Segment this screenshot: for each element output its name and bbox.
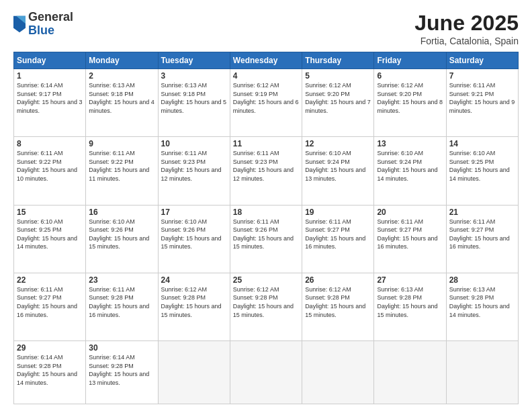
day-info: Sunrise: 6:12 AMSunset: 9:20 PMDaylight:… [305, 81, 371, 115]
logo-blue: Blue [28, 24, 73, 38]
day-number: 8 [17, 139, 83, 148]
table-row: 20Sunrise: 6:11 AMSunset: 9:27 PMDayligh… [374, 205, 446, 273]
day-info: Sunrise: 6:13 AMSunset: 9:18 PMDaylight:… [89, 81, 154, 115]
day-number: 17 [161, 208, 227, 217]
day-info: Sunrise: 6:10 AMSunset: 9:24 PMDaylight:… [305, 149, 371, 183]
day-info: Sunrise: 6:14 AMSunset: 9:17 PMDaylight:… [17, 81, 83, 115]
day-info: Sunrise: 6:11 AMSunset: 9:27 PMDaylight:… [449, 218, 515, 251]
table-row: 14Sunrise: 6:10 AMSunset: 9:25 PMDayligh… [446, 137, 518, 205]
day-number: 5 [305, 71, 371, 81]
day-number: 25 [233, 275, 299, 285]
table-row: 3Sunrise: 6:13 AMSunset: 9:18 PMDaylight… [158, 69, 230, 137]
table-row: 15Sunrise: 6:10 AMSunset: 9:25 PMDayligh… [14, 205, 86, 273]
day-info: Sunrise: 6:11 AMSunset: 9:27 PMDaylight:… [305, 218, 371, 251]
day-info: Sunrise: 6:11 AMSunset: 9:28 PMDaylight:… [89, 285, 154, 319]
day-number: 6 [377, 71, 443, 81]
table-row: 18Sunrise: 6:11 AMSunset: 9:26 PMDayligh… [230, 205, 302, 273]
table-row: 11Sunrise: 6:11 AMSunset: 9:23 PMDayligh… [230, 137, 302, 205]
day-info: Sunrise: 6:13 AMSunset: 9:28 PMDaylight:… [377, 285, 443, 319]
table-row: 13Sunrise: 6:10 AMSunset: 9:24 PMDayligh… [374, 137, 446, 205]
day-info: Sunrise: 6:12 AMSunset: 9:19 PMDaylight:… [233, 81, 299, 115]
day-info: Sunrise: 6:11 AMSunset: 9:27 PMDaylight:… [17, 285, 83, 319]
day-info: Sunrise: 6:11 AMSunset: 9:21 PMDaylight:… [449, 81, 515, 115]
header-sunday: Sunday [14, 52, 86, 69]
table-row: 2Sunrise: 6:13 AMSunset: 9:18 PMDaylight… [86, 69, 158, 137]
table-row: 19Sunrise: 6:11 AMSunset: 9:27 PMDayligh… [302, 205, 374, 273]
table-row: 12Sunrise: 6:10 AMSunset: 9:24 PMDayligh… [302, 137, 374, 205]
logo: General Blue [13, 11, 73, 38]
day-info: Sunrise: 6:11 AMSunset: 9:26 PMDaylight:… [233, 218, 299, 251]
day-info: Sunrise: 6:10 AMSunset: 9:25 PMDaylight:… [17, 218, 83, 251]
day-number: 19 [305, 208, 371, 217]
calendar-row: 1Sunrise: 6:14 AMSunset: 9:17 PMDaylight… [14, 69, 519, 137]
day-number: 16 [89, 208, 154, 217]
day-info: Sunrise: 6:10 AMSunset: 9:24 PMDaylight:… [377, 149, 443, 183]
day-info: Sunrise: 6:13 AMSunset: 9:28 PMDaylight:… [449, 285, 515, 319]
table-row: 21Sunrise: 6:11 AMSunset: 9:27 PMDayligh… [446, 205, 518, 273]
day-number: 11 [233, 139, 299, 148]
calendar-table: Sunday Monday Tuesday Wednesday Thursday… [13, 52, 519, 404]
day-number: 1 [17, 71, 83, 81]
logo-icon [13, 15, 26, 34]
table-row: 26Sunrise: 6:12 AMSunset: 9:28 PMDayligh… [302, 273, 374, 340]
table-row: 28Sunrise: 6:13 AMSunset: 9:28 PMDayligh… [446, 273, 518, 340]
day-info: Sunrise: 6:10 AMSunset: 9:26 PMDaylight:… [89, 218, 154, 251]
logo-general: General [28, 11, 73, 24]
table-row [302, 341, 374, 404]
table-row: 17Sunrise: 6:10 AMSunset: 9:26 PMDayligh… [158, 205, 230, 273]
day-number: 28 [449, 275, 515, 285]
day-number: 27 [377, 275, 443, 285]
month-title: June 2025 [414, 11, 519, 36]
table-row: 24Sunrise: 6:12 AMSunset: 9:28 PMDayligh… [158, 273, 230, 340]
title-area: June 2025 Fortia, Catalonia, Spain [414, 11, 519, 46]
day-info: Sunrise: 6:10 AMSunset: 9:25 PMDaylight:… [449, 149, 515, 183]
day-number: 4 [233, 71, 299, 81]
header-tuesday: Tuesday [158, 52, 230, 69]
table-row [230, 341, 302, 404]
table-row: 16Sunrise: 6:10 AMSunset: 9:26 PMDayligh… [86, 205, 158, 273]
day-info: Sunrise: 6:12 AMSunset: 9:20 PMDaylight:… [377, 81, 443, 115]
table-row: 30Sunrise: 6:14 AMSunset: 9:28 PMDayligh… [86, 341, 158, 404]
table-row [446, 341, 518, 404]
header-monday: Monday [86, 52, 158, 69]
day-number: 14 [449, 139, 515, 148]
weekday-header-row: Sunday Monday Tuesday Wednesday Thursday… [14, 52, 519, 69]
table-row: 27Sunrise: 6:13 AMSunset: 9:28 PMDayligh… [374, 273, 446, 340]
day-number: 26 [305, 275, 371, 285]
day-number: 9 [89, 139, 154, 148]
day-number: 24 [161, 275, 227, 285]
day-info: Sunrise: 6:11 AMSunset: 9:22 PMDaylight:… [17, 149, 83, 183]
logo-text: General Blue [28, 11, 73, 38]
day-number: 22 [17, 275, 83, 285]
location-subtitle: Fortia, Catalonia, Spain [414, 36, 519, 46]
day-number: 21 [449, 208, 515, 217]
day-info: Sunrise: 6:11 AMSunset: 9:22 PMDaylight:… [89, 149, 154, 183]
table-row: 1Sunrise: 6:14 AMSunset: 9:17 PMDaylight… [14, 69, 86, 137]
day-info: Sunrise: 6:14 AMSunset: 9:28 PMDaylight:… [17, 353, 83, 387]
day-info: Sunrise: 6:12 AMSunset: 9:28 PMDaylight:… [233, 285, 299, 319]
calendar-row: 8Sunrise: 6:11 AMSunset: 9:22 PMDaylight… [14, 137, 519, 205]
calendar-row: 22Sunrise: 6:11 AMSunset: 9:27 PMDayligh… [14, 273, 519, 340]
table-row: 9Sunrise: 6:11 AMSunset: 9:22 PMDaylight… [86, 137, 158, 205]
day-info: Sunrise: 6:10 AMSunset: 9:26 PMDaylight:… [161, 218, 227, 251]
table-row: 8Sunrise: 6:11 AMSunset: 9:22 PMDaylight… [14, 137, 86, 205]
day-info: Sunrise: 6:12 AMSunset: 9:28 PMDaylight:… [161, 285, 227, 319]
day-number: 13 [377, 139, 443, 148]
day-info: Sunrise: 6:11 AMSunset: 9:23 PMDaylight:… [161, 149, 227, 183]
day-number: 29 [17, 343, 83, 353]
table-row: 23Sunrise: 6:11 AMSunset: 9:28 PMDayligh… [86, 273, 158, 340]
day-number: 30 [89, 343, 154, 353]
day-number: 20 [377, 208, 443, 217]
table-row [158, 341, 230, 404]
table-row: 10Sunrise: 6:11 AMSunset: 9:23 PMDayligh… [158, 137, 230, 205]
day-number: 15 [17, 208, 83, 217]
header: General Blue June 2025 Fortia, Catalonia… [13, 11, 519, 46]
header-wednesday: Wednesday [230, 52, 302, 69]
table-row: 6Sunrise: 6:12 AMSunset: 9:20 PMDaylight… [374, 69, 446, 137]
table-row [374, 341, 446, 404]
table-row: 4Sunrise: 6:12 AMSunset: 9:19 PMDaylight… [230, 69, 302, 137]
header-thursday: Thursday [302, 52, 374, 69]
day-number: 18 [233, 208, 299, 217]
day-number: 12 [305, 139, 371, 148]
day-info: Sunrise: 6:11 AMSunset: 9:23 PMDaylight:… [233, 149, 299, 183]
